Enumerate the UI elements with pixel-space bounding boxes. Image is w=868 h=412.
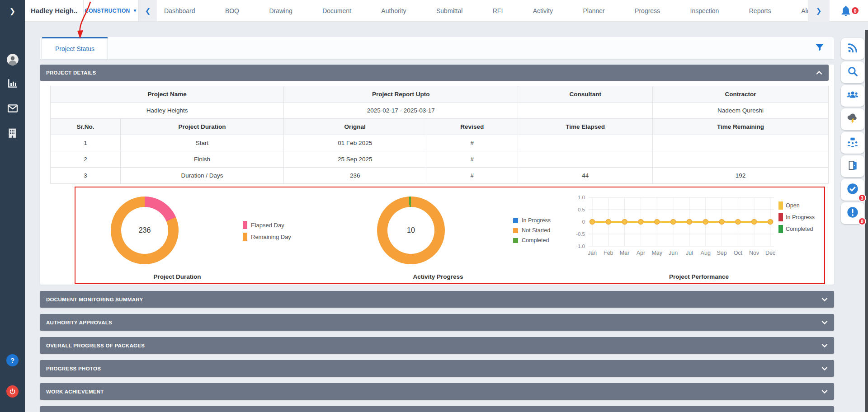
nav-tab-authority[interactable]: Authority [381,7,406,14]
filter-button[interactable] [814,42,826,54]
nav-tab-inspection[interactable]: Inspection [690,7,719,14]
rss-icon [847,42,859,56]
svg-text:-0.5: -0.5 [576,231,585,237]
cell: 01 Feb 2025 [284,135,426,151]
team-button[interactable] [841,85,864,107]
page-tab-bar: Project Status [40,37,834,59]
svg-text:Oct: Oct [734,250,743,256]
svg-text:-1.0: -1.0 [576,243,585,249]
notification-badge: 0 [851,6,859,15]
chevron-down-icon [821,342,828,350]
charts-annotation-box: 236 Elapsed DayRemaining Day Project Dur… [75,187,825,284]
sidebar-toggle-button[interactable]: ❯ [0,0,25,22]
project-duration-donut: 236 [111,197,179,264]
search-button[interactable] [841,61,864,83]
alerts-button[interactable]: 0 [841,202,864,224]
sidebar-item-company[interactable] [0,127,25,141]
project-performance-chart: 1.00.50-0.5-1.0JanFebMarAprMayJunJulAugS… [566,193,819,270]
svg-text:Open: Open [786,202,800,209]
col-header: Orignal [284,119,426,135]
module-dropdown[interactable]: CONSTRUCTION ▼ [84,0,139,21]
cell: 236 [284,168,426,184]
bell-icon [840,11,852,19]
nav-tab-reports[interactable]: Reports [749,7,771,14]
tab-project-status[interactable]: Project Status [42,37,108,59]
site-visit-button[interactable] [841,155,864,177]
nav-scroll-left-button[interactable]: ❮ [139,0,157,21]
meeting-icon [846,136,859,150]
legend-swatch [513,238,518,243]
table-row: 1 Start 01 Feb 2025 # [51,135,829,151]
nav-tab-boq[interactable]: BOQ [225,7,239,14]
svg-text:Aug: Aug [701,250,711,256]
search-icon [847,66,859,79]
chevron-down-icon [821,295,828,304]
section-overall-progress-of-packages[interactable]: OVERALL PROGRESS OF PACKAGES [40,337,834,354]
legend-label: Elapsed Day [251,222,284,229]
section-document-monitoring-summary[interactable]: DOCUMENT MONITORING SUMMARY [40,291,834,308]
nav-tab-document[interactable]: Document [322,7,351,14]
table-row: Sr.No. Project Duration Orignal Revised … [51,119,829,135]
cell: # [426,168,518,184]
legend-swatch [243,221,247,229]
notifications-button[interactable]: 0 [840,5,853,18]
weather-button[interactable] [841,108,864,130]
legend-label: Not Started [522,227,550,234]
section-bar-partial[interactable] [40,406,834,412]
section-title: DOCUMENT MONITORING SUMMARY [46,297,143,302]
svg-text:0.5: 0.5 [578,207,585,212]
cell: Duration / Days [120,168,283,184]
svg-text:Mar: Mar [620,250,630,256]
col-header: Time Remaining [653,119,829,135]
door-icon [847,159,859,173]
module-nav: Dashboard BOQ Drawing Document Authority… [157,0,868,21]
approvals-button[interactable]: 3 [841,179,864,201]
table-row: 2 Finish 25 Sep 2025 # [51,151,829,168]
nav-tab-drawing[interactable]: Drawing [269,7,292,14]
nav-tab-activity[interactable]: Activity [533,7,553,14]
legend-item: Completed [513,235,551,245]
cell: 1 [51,135,121,151]
nav-tab-rfi[interactable]: RFI [493,7,503,14]
nav-tab-planner[interactable]: Planner [583,7,604,14]
cell-consultant [518,103,653,119]
nav-tab-progress[interactable]: Progress [635,7,660,14]
nav-tab-dashboard[interactable]: Dashboard [164,7,195,14]
cell: 192 [653,168,829,184]
section-title: WORK ACHIEVEMENT [46,389,104,394]
feed-button[interactable] [841,38,864,60]
nav-tab-submittal[interactable]: Submittal [436,7,462,14]
section-title: PROGRESS PHOTOS [46,366,101,371]
legend-item: In Progress [513,215,551,225]
sidebar-item-mail[interactable] [0,102,25,117]
sidebar-item-reports[interactable] [0,77,25,91]
storm-icon [846,112,859,126]
bar-chart-icon [7,77,19,91]
building-icon [6,127,19,141]
cell: # [426,151,518,168]
legend-item: Elapsed Day [243,219,291,231]
svg-text:Feb: Feb [604,250,613,256]
chevron-down-icon [821,365,828,373]
legend-label: Remaining Day [251,234,291,240]
nav-scroll-right-button[interactable]: ❯ [808,0,830,22]
cell: 44 [518,168,653,184]
svg-text:Jul: Jul [686,250,693,256]
help-button[interactable]: ? [0,354,25,366]
meeting-button[interactable] [841,132,864,154]
col-header: Project Name [51,86,284,103]
section-progress-photos[interactable]: PROGRESS PHOTOS [40,360,834,377]
section-authority-approvals[interactable]: AUTHORITY APPROVALS [40,314,834,331]
project-details-table: Project Name Project Report Upto Consult… [50,86,829,184]
project-details-header[interactable]: PROJECT DETAILS [40,65,829,81]
section-work-achievement[interactable]: WORK ACHIEVEMENT [40,383,834,400]
section-title: AUTHORITY APPROVALS [46,320,112,325]
svg-text:Dec: Dec [765,250,775,256]
sidebar-item-profile[interactable] [0,53,25,68]
donut-center-value: 236 [111,197,179,264]
svg-text:Jan: Jan [588,250,597,256]
cell: 25 Sep 2025 [284,151,426,168]
logout-button[interactable] [0,385,25,398]
svg-text:Nov: Nov [749,250,760,256]
svg-text:Apr: Apr [637,250,645,256]
